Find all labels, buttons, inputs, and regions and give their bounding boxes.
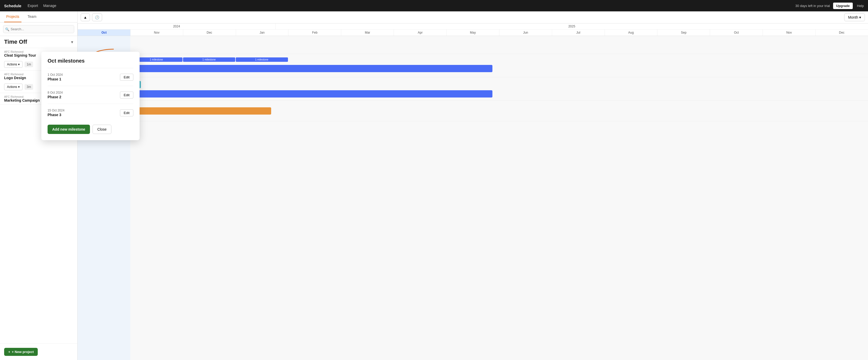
duration-logo: 3m — [25, 84, 33, 90]
chevron-down-icon: ▾ — [18, 63, 20, 66]
milestone-item-3: 15 Oct 2024 Phase 3 Edit — [48, 106, 133, 119]
month-label: Month — [848, 15, 858, 20]
actions-button-logo[interactable]: Actions ▾ — [4, 84, 23, 90]
top-navigation: Schedule Export Manage 30 days left in y… — [0, 0, 868, 11]
month-row: Oct Nov Dec Jan Feb Mar Apr May Jun Jul … — [78, 29, 868, 36]
calendar-body: 3 milestones 1 milestone 1 milestone 1 m… — [78, 36, 868, 360]
new-project-area: + + New project — [0, 343, 77, 360]
edit-button-1[interactable]: Edit — [120, 74, 133, 81]
milestone-name-2: Phase 2 — [48, 95, 63, 99]
add-milestone-button[interactable]: Add new milestone — [48, 125, 90, 134]
month-mar[interactable]: Mar — [341, 29, 394, 36]
month-jun[interactable]: Jun — [499, 29, 552, 36]
milestone-row-1: 1 Oct 2024 Phase 1 Edit — [48, 73, 133, 81]
calendar-area: ▲ 🕐 Month ▾ 2024 2025 Oct N — [78, 11, 868, 360]
month-dec-2025[interactable]: Dec — [815, 29, 868, 36]
milestone-1c[interactable]: 1 milestone — [236, 57, 288, 62]
month-oct-2024[interactable]: Oct — [78, 29, 130, 36]
milestone-1b[interactable]: 1 milestone — [183, 57, 235, 62]
month-dropdown-button[interactable]: Month ▾ — [844, 13, 865, 21]
help-link[interactable]: Help — [857, 4, 864, 8]
milestone-date-3: 15 Oct 2024 — [48, 109, 64, 112]
milestone-row-3: 15 Oct 2024 Phase 3 Edit — [48, 109, 133, 117]
tab-team[interactable]: Team — [26, 11, 38, 22]
timeoff-label: Time Off — [4, 38, 71, 45]
duration-cleat: 1m — [25, 62, 33, 67]
chevron-down-icon: ▾ — [18, 85, 20, 89]
month-may[interactable]: May — [447, 29, 499, 36]
milestone-name-1: Phase 1 — [48, 77, 63, 81]
year-2024: 2024 — [78, 24, 276, 29]
month-sep[interactable]: Sep — [657, 29, 710, 36]
new-project-button[interactable]: + + New project — [4, 348, 38, 356]
edit-button-2[interactable]: Edit — [120, 92, 133, 98]
month-aug[interactable]: Aug — [605, 29, 658, 36]
month-dec-2024[interactable]: Dec — [183, 29, 236, 36]
nav-export[interactable]: Export — [28, 4, 38, 8]
logo-bar-main[interactable]: 00h — [82, 90, 492, 97]
milestone-date-2: 8 Oct 2024 — [48, 91, 63, 94]
year-2025: 2025 — [276, 24, 868, 29]
month-feb[interactable]: Feb — [288, 29, 341, 36]
timeline-header: 2024 2025 Oct Nov Dec Jan Feb Mar Apr Ma… — [78, 24, 868, 36]
timeoff-row: Time Off ▾ — [0, 36, 77, 48]
search-input[interactable] — [3, 25, 74, 33]
month-nov-2024[interactable]: Nov — [130, 29, 183, 36]
milestone-row-2: 8 Oct 2024 Phase 2 Edit — [48, 91, 133, 99]
popup-actions: Add new milestone Close — [48, 125, 133, 134]
cleat-timeline-row: 3 milestones 1 milestone 1 milestone 1 m… — [78, 54, 868, 77]
milestone-date-1: 1 Oct 2024 — [48, 73, 63, 77]
milestone-name-3: Phase 3 — [48, 113, 64, 117]
month-apr[interactable]: Apr — [394, 29, 447, 36]
month-nov-2025[interactable]: Nov — [763, 29, 815, 36]
popup-title: Oct milestones — [48, 58, 133, 64]
month-oct-2025[interactable]: Oct — [710, 29, 763, 36]
timeoff-timeline-row — [78, 36, 868, 54]
cleat-bar[interactable] — [82, 65, 492, 72]
month-jul[interactable]: Jul — [552, 29, 605, 36]
search-area: 🔍 — [0, 23, 77, 36]
app-brand: Schedule — [4, 4, 22, 8]
month-jan[interactable]: Jan — [236, 29, 289, 36]
chevron-down-icon: ▾ — [859, 15, 861, 20]
upgrade-button[interactable]: Upgrade — [833, 3, 853, 9]
marketing-timeline-row — [78, 100, 868, 121]
plus-icon: + — [8, 350, 10, 354]
sidebar-tabs: Projects Team — [0, 11, 77, 23]
trial-text: 30 days left in your trial — [795, 4, 830, 8]
logo-timeline-row: 00h — [78, 77, 868, 100]
scroll-up-button[interactable]: ▲ — [81, 13, 90, 21]
actions-button-cleat[interactable]: Actions ▾ — [4, 61, 23, 68]
timeoff-collapse-button[interactable]: ▾ — [71, 39, 73, 44]
timeline-body: 3 milestones 1 milestone 1 milestone 1 m… — [78, 36, 868, 360]
nav-manage[interactable]: Manage — [43, 4, 56, 8]
clock-button[interactable]: 🕐 — [92, 13, 102, 21]
edit-button-3[interactable]: Edit — [120, 110, 133, 116]
tab-projects[interactable]: Projects — [4, 11, 22, 22]
milestones-popup: Oct milestones 1 Oct 2024 Phase 1 Edit 8… — [41, 52, 140, 140]
milestone-item-1: 1 Oct 2024 Phase 1 Edit — [48, 70, 133, 84]
search-icon: 🔍 — [5, 27, 9, 31]
milestone-item-2: 8 Oct 2024 Phase 2 Edit — [48, 88, 133, 102]
close-popup-button[interactable]: Close — [93, 125, 112, 134]
calendar-toolbar: ▲ 🕐 Month ▾ — [78, 11, 868, 24]
